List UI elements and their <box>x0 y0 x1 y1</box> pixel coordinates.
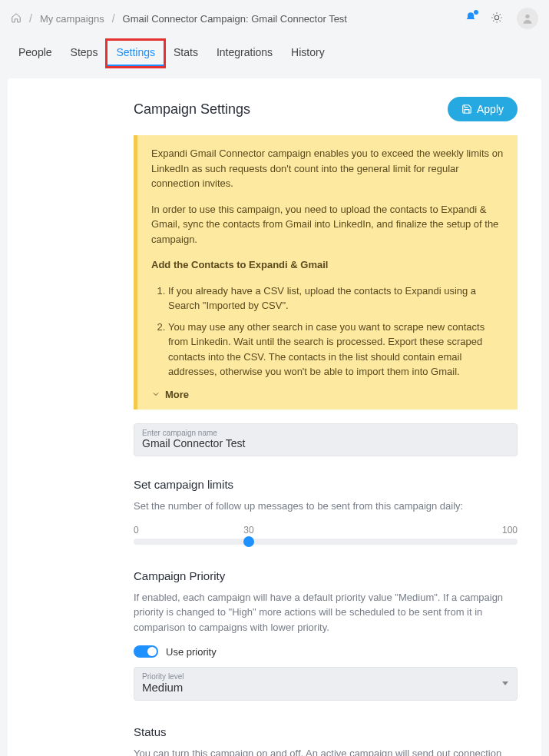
bell-icon[interactable] <box>465 12 477 26</box>
tabs: People Steps Settings Stats Integrations… <box>0 34 549 68</box>
apply-label: Apply <box>477 103 504 115</box>
use-priority-label: Use priority <box>166 646 217 658</box>
svg-point-9 <box>525 15 529 18</box>
svg-line-5 <box>493 14 494 15</box>
apply-button[interactable]: Apply <box>448 97 518 121</box>
info-p2: In order to use this campaign, you need … <box>151 202 504 247</box>
priority-level-select[interactable]: Priority level Medium <box>134 667 518 701</box>
status-desc: You can turn this campaign on and off. A… <box>134 746 518 756</box>
svg-point-0 <box>494 15 498 19</box>
limits-title: Set campaign limits <box>134 478 518 491</box>
campaign-name-field[interactable]: Enter campaign name <box>134 423 518 456</box>
tab-steps[interactable]: Steps <box>61 40 107 67</box>
limits-slider[interactable] <box>134 539 518 545</box>
slider-max: 100 <box>502 525 518 536</box>
use-priority-toggle[interactable] <box>134 645 158 658</box>
limits-desc: Set the number of follow up messages to … <box>134 499 518 514</box>
tab-integrations[interactable]: Integrations <box>207 40 282 67</box>
info-li1: If you already have a CSV list, upload t… <box>168 284 504 313</box>
tab-history[interactable]: History <box>282 40 334 67</box>
svg-marker-10 <box>502 681 508 685</box>
home-icon[interactable] <box>11 12 21 25</box>
slider-value: 30 <box>243 525 253 536</box>
chevron-down-icon <box>151 390 160 399</box>
svg-line-8 <box>500 14 501 15</box>
campaign-name-label: Enter campaign name <box>142 429 509 437</box>
tab-stats[interactable]: Stats <box>164 40 207 67</box>
slider-min: 0 <box>134 525 139 536</box>
priority-level-value: Medium <box>142 681 184 694</box>
info-heading: Add the Contacts to Expandi & Gmail <box>151 259 328 270</box>
breadcrumb-current: Gmail Connector Campaign: Gmail Connecto… <box>123 13 347 25</box>
tab-people[interactable]: People <box>9 40 61 67</box>
svg-line-7 <box>493 20 494 21</box>
slider-thumb[interactable] <box>243 536 254 547</box>
svg-line-6 <box>500 20 501 21</box>
priority-level-label: Priority level <box>142 672 184 681</box>
info-li2: You may use any other search in case you… <box>168 320 504 380</box>
breadcrumb-sep: / <box>29 12 32 25</box>
more-label: More <box>165 387 189 403</box>
tab-settings[interactable]: Settings <box>107 40 164 67</box>
status-title: Status <box>134 725 518 738</box>
breadcrumb-sep: / <box>112 12 115 25</box>
info-box: Expandi Gmail Connector campaign enables… <box>134 135 518 410</box>
priority-desc: If enabled, each campaign will have a de… <box>134 590 518 635</box>
campaign-name-input[interactable] <box>142 437 509 449</box>
page-title: Campaign Settings <box>134 101 250 118</box>
breadcrumb-root[interactable]: My campaigns <box>40 13 104 25</box>
chevron-down-icon <box>501 679 509 687</box>
priority-title: Campaign Priority <box>134 569 518 582</box>
avatar[interactable] <box>517 8 538 29</box>
theme-icon[interactable] <box>491 12 503 26</box>
more-toggle[interactable]: More <box>151 387 504 403</box>
info-p1: Expandi Gmail Connector campaign enables… <box>151 146 504 191</box>
